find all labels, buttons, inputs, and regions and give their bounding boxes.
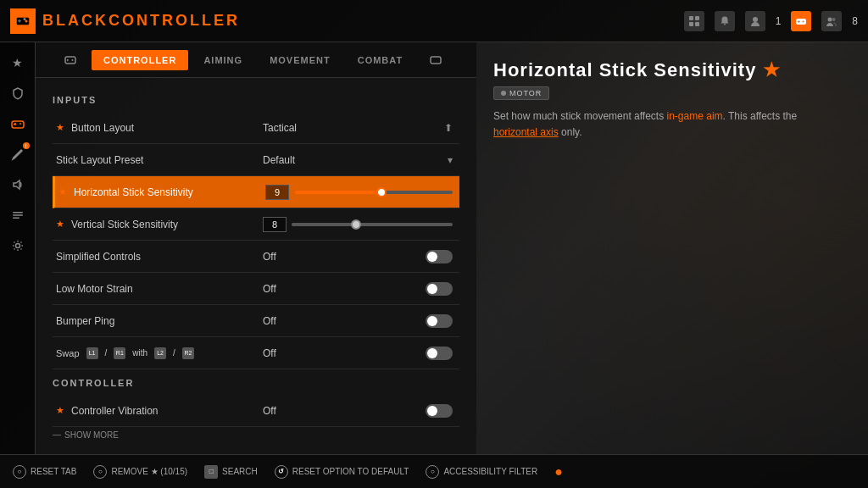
svg-point-2 xyxy=(24,18,26,20)
setting-value-bumper-ping: Off xyxy=(256,314,459,328)
detail-description: Set how much stick movement affects in-g… xyxy=(493,108,815,141)
dropdown-arrow-stick-layout: ▾ xyxy=(448,154,453,166)
slider-thumb-vertical[interactable] xyxy=(351,219,361,230)
slider-thumb-horizontal[interactable] xyxy=(376,187,387,197)
action-reset-option[interactable]: ↺ RESET OPTION TO DEFAULT xyxy=(275,465,409,479)
svg-rect-8 xyxy=(695,22,699,26)
setting-value-swap: Off xyxy=(256,347,459,360)
svg-point-24 xyxy=(15,244,19,248)
setting-value-controller-vibration: Off xyxy=(256,404,459,418)
toggle-controller-vibration[interactable] xyxy=(426,404,453,418)
svg-rect-27 xyxy=(67,58,68,61)
setting-row-controller-vibration[interactable]: ★ Controller Vibration Off xyxy=(53,395,459,427)
svg-rect-23 xyxy=(13,218,19,219)
action-reset-tab[interactable]: ○ RESET TAB xyxy=(13,465,76,479)
main-container: BLACKCONTROLLER 1 8 ★ xyxy=(0,0,868,488)
motor-badge: MOTOR xyxy=(493,86,549,100)
toggle-low-motor[interactable] xyxy=(426,282,453,296)
l2-icon: L2 xyxy=(154,347,166,359)
svg-rect-14 xyxy=(798,20,799,23)
toggle-bumper-ping[interactable] xyxy=(426,314,453,328)
svg-rect-21 xyxy=(13,212,23,214)
sidebar-item-controller[interactable] xyxy=(6,112,30,136)
user-icon[interactable] xyxy=(745,11,765,31)
top-bar-right: 1 8 xyxy=(684,11,858,31)
setting-row-trigger-effect[interactable]: ★ Trigger Effect Off ▾ xyxy=(53,443,459,454)
people-icon[interactable] xyxy=(821,11,842,31)
toggle-knob-low-motor xyxy=(427,284,437,294)
tab-aiming[interactable]: AIMING xyxy=(192,50,254,70)
bottom-bar: ○ RESET TAB ○ REMOVE ★ (10/15) □ SEARCH … xyxy=(0,454,868,488)
sidebar-item-pencil[interactable]: ! xyxy=(6,142,30,166)
external-icon-button-layout: ⬆ xyxy=(444,122,453,134)
sidebar-item-shield[interactable] xyxy=(6,81,30,105)
slider-track-horizontal[interactable] xyxy=(294,191,453,194)
detail-star: ★ xyxy=(763,59,781,81)
logo-title: BLACKCONTROLLER xyxy=(42,12,240,30)
sidebar-item-star[interactable]: ★ xyxy=(6,51,30,75)
tab-movement[interactable]: MOVEMENT xyxy=(258,50,342,70)
show-more[interactable]: SHOW MORE xyxy=(53,427,459,443)
slider-vertical[interactable]: 8 xyxy=(263,217,453,232)
setting-row-stick-layout[interactable]: Stick Layout Preset Default ▾ xyxy=(53,144,459,176)
sidebar-item-gear[interactable] xyxy=(6,234,30,258)
action-accessibility[interactable]: ○ ACCESSIBILITY FILTER xyxy=(426,465,537,479)
action-remove-star[interactable]: ○ REMOVE ★ (10/15) xyxy=(93,465,187,479)
svg-rect-9 xyxy=(724,23,726,25)
setting-row-simplified-controls[interactable]: Simplified Controls Off xyxy=(53,241,459,273)
sidebar-item-speaker[interactable] xyxy=(6,173,30,197)
logo-box xyxy=(10,8,36,34)
star-vertical-sensitivity: ★ xyxy=(56,219,64,230)
setting-label-simplified-controls: Simplified Controls xyxy=(53,251,256,263)
setting-row-horizontal-sensitivity[interactable]: ★ Horizontal Stick Sensitivity 9 xyxy=(53,176,459,208)
show-more-line xyxy=(53,435,61,435)
slider-fill-horizontal xyxy=(294,191,381,194)
setting-label-stick-layout: Stick Layout Preset xyxy=(53,154,256,166)
tab-combat[interactable]: COMBAT xyxy=(346,50,415,70)
toggle-knob-vibration xyxy=(427,406,437,416)
sidebar: ★ ! xyxy=(0,42,36,454)
action-search[interactable]: □ SEARCH xyxy=(204,465,258,479)
setting-label-swap-buttons: Swap L1 / R1 with L2 / R2 xyxy=(53,347,256,359)
setting-row-bumper-ping[interactable]: Bumper Ping Off xyxy=(53,305,459,337)
slider-track-vertical[interactable] xyxy=(292,223,453,226)
setting-label-horizontal-sensitivity: ★ Horizontal Stick Sensitivity xyxy=(55,186,259,198)
svg-point-1 xyxy=(25,19,28,22)
star-button-layout: ★ xyxy=(56,122,64,133)
content-area: CONTROLLER AIMING MOVEMENT COMBAT INPUTS xyxy=(36,42,476,454)
tabs-bar: CONTROLLER AIMING MOVEMENT COMBAT xyxy=(36,42,476,78)
svg-point-10 xyxy=(753,17,758,22)
svg-rect-7 xyxy=(689,22,693,26)
setting-label-vertical-sensitivity: ★ Vertical Stick Sensitivity xyxy=(53,219,256,230)
r2-icon: R2 xyxy=(182,347,194,359)
bell-icon[interactable] xyxy=(715,11,735,31)
grid-icon[interactable] xyxy=(684,11,704,31)
star-horizontal-sensitivity: ★ xyxy=(58,186,67,197)
star-controller-vibration: ★ xyxy=(56,405,64,416)
slider-horizontal[interactable]: 9 xyxy=(265,185,453,200)
top-bar: BLACKCONTROLLER 1 8 xyxy=(0,0,868,42)
toggle-swap[interactable] xyxy=(426,347,453,360)
setting-row-vertical-sensitivity[interactable]: ★ Vertical Stick Sensitivity 8 xyxy=(53,208,459,241)
user-count: 1 xyxy=(776,15,782,27)
svg-point-20 xyxy=(19,123,21,125)
toggle-simplified-controls[interactable] xyxy=(426,250,453,263)
controller-icon-active[interactable] xyxy=(791,11,811,31)
svg-point-28 xyxy=(72,59,74,61)
sidebar-item-list[interactable] xyxy=(6,203,30,227)
reset-tab-icon: ○ xyxy=(13,465,26,479)
setting-row-swap-buttons[interactable]: Swap L1 / R1 with L2 / R2 Off xyxy=(53,337,459,369)
svg-rect-29 xyxy=(431,57,441,64)
tab-controller-icon[interactable] xyxy=(53,49,88,71)
action-dot: ● xyxy=(554,464,563,480)
tab-controller[interactable]: CONTROLLER xyxy=(92,50,188,70)
value-box-vertical: 8 xyxy=(263,217,287,232)
settings-list: INPUTS ★ Button Layout Tactical ⬆ Stick … xyxy=(36,78,476,454)
setting-row-low-motor[interactable]: Low Motor Strain Off xyxy=(53,273,459,305)
detail-title: Horizontal Stick Sensitivity ★ xyxy=(493,59,851,81)
tab-extra[interactable] xyxy=(418,49,453,71)
setting-row-button-layout[interactable]: ★ Button Layout Tactical ⬆ xyxy=(53,112,459,144)
detail-badge-area: MOTOR xyxy=(493,86,851,100)
svg-rect-19 xyxy=(14,123,16,125)
svg-point-16 xyxy=(832,18,836,21)
